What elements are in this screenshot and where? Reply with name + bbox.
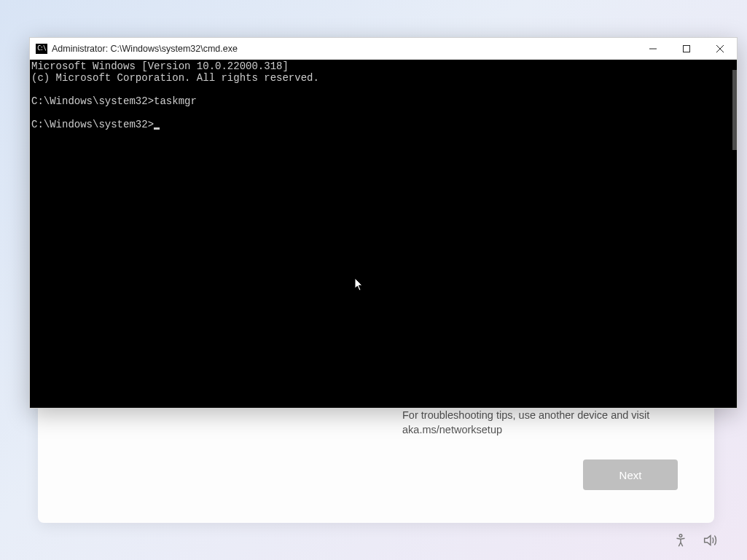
- accessibility-icon[interactable]: [673, 532, 689, 551]
- titlebar[interactable]: C:\ Administrator: C:\Windows\system32\c…: [30, 38, 737, 60]
- cursor: [154, 127, 160, 130]
- version-line: Microsoft Windows [Version 10.0.22000.31…: [31, 60, 289, 72]
- prompt-1: C:\Windows\system32>: [31, 95, 154, 107]
- volume-icon[interactable]: [702, 532, 718, 551]
- minimize-button[interactable]: [636, 38, 670, 60]
- prompt-2: C:\Windows\system32>: [31, 119, 154, 130]
- troubleshoot-line2: aka.ms/networksetup: [402, 424, 502, 435]
- troubleshoot-text: For troubleshooting tips, use another de…: [402, 408, 685, 438]
- close-button[interactable]: [703, 38, 737, 60]
- command-1: taskmgr: [154, 95, 197, 107]
- scrollbar[interactable]: [726, 60, 737, 408]
- svg-rect-2: [684, 45, 690, 52]
- copyright-line: (c) Microsoft Corporation. All rights re…: [31, 72, 319, 84]
- window-title: Administrator: C:\Windows\system32\cmd.e…: [52, 44, 636, 54]
- troubleshoot-line1: For troubleshooting tips, use another de…: [402, 409, 649, 421]
- system-tray: [673, 532, 718, 551]
- scrollbar-thumb[interactable]: [732, 70, 737, 150]
- maximize-button[interactable]: [670, 38, 703, 60]
- next-button[interactable]: Next: [583, 460, 678, 490]
- cmd-icon: C:\: [36, 44, 47, 54]
- svg-point-0: [679, 535, 682, 537]
- cmd-window: C:\ Administrator: C:\Windows\system32\c…: [29, 37, 738, 409]
- terminal-output[interactable]: Microsoft Windows [Version 10.0.22000.31…: [30, 60, 726, 408]
